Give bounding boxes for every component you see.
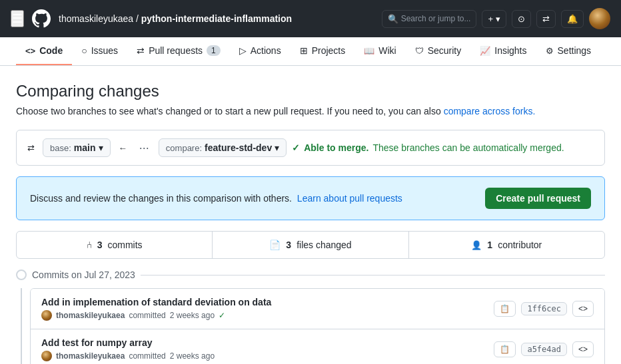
issues-global-icon: ⊙ bbox=[518, 14, 525, 24]
base-branch-select[interactable]: base: main ▾ bbox=[43, 138, 111, 157]
merge-status-text: These branches can be automatically merg… bbox=[372, 142, 564, 153]
nav-item-pull-requests[interactable]: ⇄ Pull requests 1 bbox=[127, 37, 230, 65]
nav-item-insights[interactable]: 📈 Insights bbox=[470, 37, 536, 65]
merge-status: ✓ Able to merge. These branches can be a… bbox=[292, 142, 564, 153]
nav-label-security: Security bbox=[428, 45, 462, 56]
commit-left: Add test for numpy array thomaskileyukae… bbox=[41, 337, 215, 361]
header: ☰ thomaskileyukaea / python-intermediate… bbox=[0, 0, 621, 37]
header-left: ☰ thomaskileyukaea / python-intermediate… bbox=[11, 8, 374, 29]
hamburger-icon: ☰ bbox=[12, 12, 23, 25]
base-value: main bbox=[74, 142, 96, 153]
dots-icon: ··· bbox=[139, 141, 149, 154]
nav-label-actions: Actions bbox=[251, 45, 281, 56]
code-icon: <> bbox=[578, 304, 588, 313]
avatar bbox=[41, 351, 52, 361]
merge-check-icon: ✓ bbox=[292, 142, 300, 153]
avatar[interactable] bbox=[589, 8, 610, 29]
switch-branches-button[interactable]: ⇄ bbox=[25, 140, 37, 156]
pull-requests-badge: 1 bbox=[207, 45, 221, 56]
contributors-stat[interactable]: 👤 1 contributor bbox=[409, 232, 604, 258]
commit-check-icon: ✓ bbox=[219, 311, 225, 320]
search-icon: 🔍 bbox=[388, 14, 398, 24]
actions-icon: ▷ bbox=[239, 45, 247, 56]
contributors-stat-icon: 👤 bbox=[471, 240, 482, 250]
commit-author-link[interactable]: thomaskileyukaea bbox=[56, 311, 125, 320]
commits-label: commits bbox=[108, 240, 143, 250]
subtitle-text: Choose two branches to see what's change… bbox=[16, 106, 441, 116]
info-box-text: Discuss and review the changes in this c… bbox=[30, 193, 402, 204]
commits-stat[interactable]: ⑃ 3 commits bbox=[17, 232, 213, 258]
pull-requests-global-button[interactable]: ⇄ bbox=[536, 10, 556, 28]
commit-left: Add in implemenation of standard deviati… bbox=[41, 297, 271, 321]
nav-item-actions[interactable]: ▷ Actions bbox=[230, 37, 291, 65]
files-count: 3 bbox=[286, 240, 291, 250]
base-dropdown-icon: ▾ bbox=[99, 142, 103, 153]
commit-action: committed bbox=[129, 351, 165, 361]
nav-item-settings[interactable]: ⚙ Settings bbox=[536, 37, 601, 65]
commit-title: Add test for numpy array bbox=[41, 337, 215, 348]
commit-list: Add in implemenation of standard deviati… bbox=[30, 288, 605, 364]
search-button[interactable]: 🔍 Search or jump to... bbox=[382, 10, 477, 28]
contributors-label: contributor bbox=[498, 240, 542, 250]
switch-icon: ⇄ bbox=[27, 143, 35, 153]
bell-icon: 🔔 bbox=[567, 14, 578, 24]
repo-name-link[interactable]: python-intermediate-inflammation bbox=[141, 13, 292, 24]
commit-action: committed bbox=[129, 311, 165, 320]
left-arrow-icon: ← bbox=[119, 143, 127, 153]
commit-right: 📋 a5fe4ad <> bbox=[494, 341, 594, 357]
browse-code-button[interactable]: <> bbox=[572, 341, 594, 357]
repo-nav: <> Code ○ Issues ⇄ Pull requests 1 ▷ Act… bbox=[0, 37, 621, 66]
nav-item-issues[interactable]: ○ Issues bbox=[72, 37, 127, 65]
compare-across-forks-link[interactable]: compare across forks. bbox=[444, 106, 536, 116]
dropdown-icon: ▾ bbox=[496, 14, 500, 24]
compare-dropdown-icon: ▾ bbox=[275, 142, 279, 153]
learn-about-pr-link[interactable]: Learn about pull requests bbox=[297, 193, 402, 204]
issues-global-button[interactable]: ⊙ bbox=[512, 10, 531, 28]
commit-meta: thomaskileyukaea committed 2 weeks ago ✓ bbox=[41, 310, 271, 321]
nav-label-code: Code bbox=[39, 45, 63, 56]
commit-right: 📋 1ff6cec <> bbox=[494, 301, 594, 317]
hamburger-button[interactable]: ☰ bbox=[11, 10, 24, 27]
avatar bbox=[41, 310, 52, 321]
commit-hash: a5fe4ad bbox=[521, 343, 567, 356]
main-content: Comparing changes Choose two branches to… bbox=[0, 66, 621, 364]
nav-item-security[interactable]: 🛡 Security bbox=[406, 37, 471, 65]
repo-path: thomaskileyukaea / python-intermediate-i… bbox=[59, 13, 292, 24]
nav-label-projects: Projects bbox=[312, 45, 346, 56]
compare-branch-select[interactable]: compare: feature-std-dev ▾ bbox=[159, 138, 287, 157]
page-subtitle: Choose two branches to see what's change… bbox=[16, 106, 605, 116]
projects-icon: ⊞ bbox=[300, 45, 308, 56]
insights-icon: 📈 bbox=[480, 46, 490, 56]
create-pull-request-button[interactable]: Create pull request bbox=[485, 188, 591, 209]
contributors-count: 1 bbox=[487, 240, 492, 250]
commits-timeline: Add in implemenation of standard deviati… bbox=[21, 288, 605, 364]
commits-date-line bbox=[141, 275, 605, 275]
dots-button[interactable]: ··· bbox=[135, 140, 153, 155]
commit-author-link[interactable]: thomaskileyukaea bbox=[56, 351, 125, 361]
code-icon: <> bbox=[578, 345, 588, 354]
repo-owner-link[interactable]: thomaskileyukaea bbox=[59, 13, 133, 24]
copy-hash-button[interactable]: 📋 bbox=[494, 301, 516, 317]
nav-item-wiki[interactable]: 📖 Wiki bbox=[354, 37, 405, 65]
commits-date-header: Commits on Jul 27, 2023 bbox=[16, 270, 605, 280]
wiki-icon: 📖 bbox=[364, 46, 374, 56]
commit-meta: thomaskileyukaea committed 2 weeks ago bbox=[41, 351, 215, 361]
commits-stat-icon: ⑃ bbox=[87, 240, 92, 250]
table-row: Add test for numpy array thomaskileyukae… bbox=[31, 329, 604, 364]
files-stat[interactable]: 📄 3 files changed bbox=[213, 232, 408, 258]
copy-hash-button[interactable]: 📋 bbox=[494, 341, 516, 357]
commits-date-label: Commits on Jul 27, 2023 bbox=[32, 270, 135, 280]
browse-code-button[interactable]: <> bbox=[572, 301, 594, 317]
left-arrow-button[interactable]: ← bbox=[116, 140, 130, 156]
nav-item-code[interactable]: <> Code bbox=[16, 37, 72, 65]
nav-item-projects[interactable]: ⊞ Projects bbox=[291, 37, 355, 65]
header-right: 🔍 Search or jump to... + ▾ ⊙ ⇄ 🔔 bbox=[382, 8, 610, 29]
nav-label-issues: Issues bbox=[91, 45, 118, 56]
commits-section: Commits on Jul 27, 2023 Add in implemena… bbox=[16, 270, 605, 364]
copy-icon: 📋 bbox=[500, 304, 510, 313]
notifications-button[interactable]: 🔔 bbox=[561, 10, 584, 28]
new-button[interactable]: + ▾ bbox=[482, 10, 506, 28]
pull-requests-global-icon: ⇄ bbox=[542, 14, 550, 24]
issues-icon: ○ bbox=[81, 45, 87, 56]
page-title: Comparing changes bbox=[16, 82, 605, 100]
